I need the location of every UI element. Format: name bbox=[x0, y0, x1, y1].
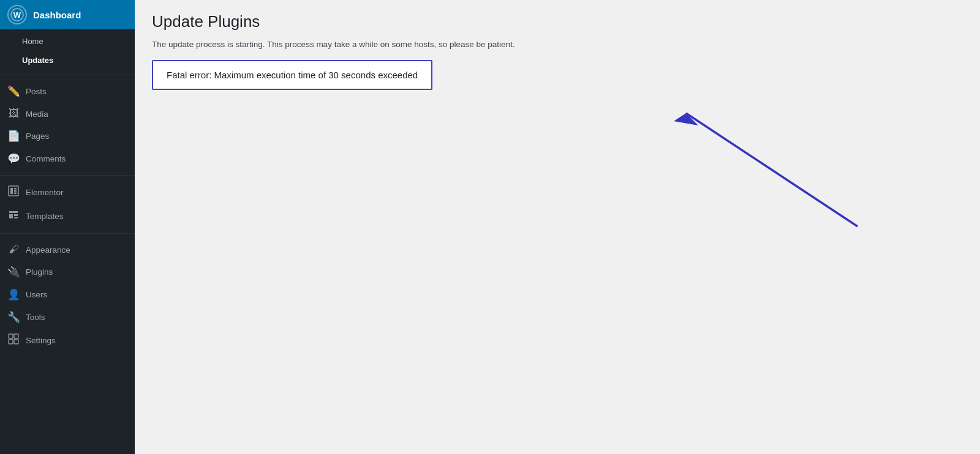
sidebar: W Dashboard Home Updates ✏️ Posts 🖼 Medi… bbox=[0, 0, 135, 454]
svg-rect-8 bbox=[14, 334, 18, 338]
home-label: Home bbox=[22, 37, 43, 46]
posts-label: Posts bbox=[26, 87, 47, 96]
sidebar-item-media[interactable]: 🖼 Media bbox=[0, 103, 135, 125]
svg-rect-4 bbox=[14, 188, 17, 190]
svg-marker-12 bbox=[674, 113, 698, 125]
users-icon: 👤 bbox=[7, 288, 20, 301]
sidebar-item-users[interactable]: 👤 Users bbox=[0, 283, 135, 306]
users-label: Users bbox=[26, 290, 47, 299]
templates-label: Templates bbox=[26, 212, 64, 221]
svg-rect-2 bbox=[9, 186, 18, 196]
plugins-section: Elementor Templates bbox=[0, 178, 135, 231]
sidebar-item-comments[interactable]: 💬 Comments bbox=[0, 147, 135, 170]
comments-label: Comments bbox=[26, 154, 66, 163]
sidebar-item-appearance[interactable]: 🖌 Appearance bbox=[0, 239, 135, 261]
pages-icon: 📄 bbox=[7, 130, 20, 143]
sidebar-title: Dashboard bbox=[33, 10, 81, 20]
media-label: Media bbox=[26, 110, 48, 119]
plugins-icon: 🔌 bbox=[7, 266, 20, 278]
svg-rect-5 bbox=[14, 190, 17, 192]
svg-rect-3 bbox=[10, 188, 13, 194]
update-description: The update process is starting. This pro… bbox=[152, 40, 963, 49]
dashboard-section: Home Updates bbox=[0, 29, 135, 72]
svg-text:W: W bbox=[13, 10, 21, 20]
sidebar-item-home[interactable]: Home bbox=[0, 32, 135, 51]
sidebar-item-updates[interactable]: Updates bbox=[0, 51, 135, 70]
svg-rect-6 bbox=[14, 193, 17, 195]
sidebar-item-elementor[interactable]: Elementor bbox=[0, 180, 135, 204]
pages-label: Pages bbox=[26, 132, 49, 141]
sidebar-item-pages[interactable]: 📄 Pages bbox=[0, 125, 135, 147]
sidebar-item-posts[interactable]: ✏️ Posts bbox=[0, 80, 135, 103]
error-text: Fatal error: Maximum execution time of 3… bbox=[167, 70, 418, 80]
settings-icon bbox=[7, 333, 20, 348]
nav-section: ✏️ Posts 🖼 Media 📄 Pages 💬 Comments bbox=[0, 78, 135, 173]
settings-label: Settings bbox=[26, 336, 56, 345]
elementor-icon bbox=[7, 185, 20, 199]
svg-rect-7 bbox=[9, 334, 13, 338]
page-title: Update Plugins bbox=[152, 12, 963, 31]
wp-logo-icon: W bbox=[7, 5, 27, 24]
plugins-label: Plugins bbox=[26, 267, 53, 277]
svg-rect-10 bbox=[14, 340, 18, 344]
sidebar-header[interactable]: W Dashboard bbox=[0, 0, 135, 29]
main-content: Update Plugins The update process is sta… bbox=[135, 0, 980, 454]
sidebar-item-plugins[interactable]: 🔌 Plugins bbox=[0, 261, 135, 283]
comments-icon: 💬 bbox=[7, 152, 20, 165]
tools-label: Tools bbox=[26, 313, 45, 322]
sidebar-item-settings[interactable]: Settings bbox=[0, 329, 135, 352]
media-icon: 🖼 bbox=[7, 108, 20, 120]
appearance-icon: 🖌 bbox=[7, 244, 20, 256]
error-message-box: Fatal error: Maximum execution time of 3… bbox=[152, 60, 432, 90]
appearance-label: Appearance bbox=[26, 245, 70, 255]
svg-line-11 bbox=[686, 113, 858, 226]
sidebar-item-templates[interactable]: Templates bbox=[0, 204, 135, 228]
elementor-label: Elementor bbox=[26, 188, 64, 197]
svg-rect-9 bbox=[9, 340, 13, 344]
updates-label: Updates bbox=[22, 56, 53, 65]
templates-icon bbox=[7, 209, 20, 223]
tools-icon: 🔧 bbox=[7, 311, 20, 324]
theme-section: 🖌 Appearance 🔌 Plugins 👤 Users 🔧 Tools bbox=[0, 236, 135, 355]
posts-icon: ✏️ bbox=[7, 85, 20, 98]
sidebar-item-tools[interactable]: 🔧 Tools bbox=[0, 306, 135, 329]
